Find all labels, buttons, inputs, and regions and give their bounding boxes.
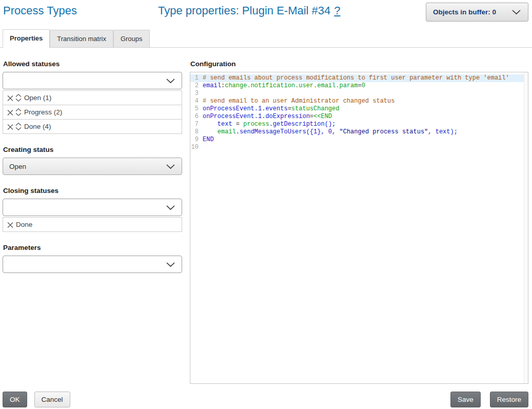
tab-label: Properties <box>10 34 43 42</box>
sort-icon[interactable] <box>14 93 23 102</box>
status-row-open-1: Open (1) <box>3 90 182 105</box>
line-number: 10 <box>190 144 203 151</box>
code-token-key: .sendMessageToUsers({1}, 0, <box>236 128 340 135</box>
chevron-down-icon <box>166 205 175 210</box>
code-text: onProcessEvent.1.events=statusChanged <box>203 105 339 113</box>
status-label: Done (4) <box>24 123 51 130</box>
tab-transition-matrix[interactable]: Transition matrix <box>50 30 113 47</box>
configuration-panel: Configuration 1 # send emails about proc… <box>190 60 528 384</box>
code-token-key: onProcessEvent.1.events <box>203 105 288 112</box>
code-token-key: onProcessEvent.1.doExpression <box>203 113 310 120</box>
save-button[interactable]: Save <box>450 392 481 407</box>
objects-in-buffer-button[interactable]: Objects in buffer: 0 <box>426 3 528 22</box>
closing-statuses-dropdown[interactable] <box>3 199 182 216</box>
code-text: # send email to an user Administrator ch… <box>203 98 395 105</box>
code-token-string: "Changed process status" <box>339 128 428 135</box>
ok-button[interactable]: OK <box>3 392 27 407</box>
dialog-title-text: Type properties: Plugin E-Mail #34 <box>158 4 330 17</box>
configuration-code-editor[interactable]: 1 # send emails about process modificati… <box>190 72 528 384</box>
status-label: Done <box>16 221 32 228</box>
status-label: Open (1) <box>24 94 51 102</box>
code-line: 3 <box>190 90 528 98</box>
line-number: 5 <box>190 105 203 113</box>
page-title: Process Types <box>3 4 77 17</box>
status-row-done-4: Done (4) <box>3 119 182 134</box>
sort-icon[interactable] <box>14 122 23 131</box>
allowed-statuses-group: Allowed statuses Open (1) Progress <box>3 60 182 134</box>
code-text: email.sendMessageToUsers({1}, 0, "Change… <box>203 128 458 136</box>
code-token-value: statusChanged <box>291 105 340 112</box>
code-token-key: email <box>203 82 221 89</box>
code-token-value: change.notification.user.email.param <box>225 82 358 89</box>
line-number: 4 <box>190 98 203 105</box>
status-row-done: Done <box>3 217 182 232</box>
creating-status-label: Creating status <box>3 146 182 153</box>
help-link[interactable]: ? <box>334 4 340 17</box>
code-text: # send emails about process modification… <box>203 74 509 82</box>
parameters-group: Parameters <box>3 244 182 273</box>
remove-icon[interactable] <box>6 108 14 116</box>
tab-properties[interactable]: Properties <box>3 29 50 48</box>
cancel-button[interactable]: Cancel <box>34 392 70 407</box>
creating-status-dropdown-value: Open <box>9 163 26 170</box>
code-text: onProcessEvent.1.doExpression=<<END <box>203 113 332 121</box>
code-token-value: email <box>218 128 236 135</box>
closing-statuses-list: Done <box>3 217 182 232</box>
allowed-statuses-list: Open (1) Progress (2) Done (4) <box>3 90 182 134</box>
tab-label: Transition matrix <box>57 35 106 43</box>
code-token-comment: # send emails about process modification… <box>203 74 509 82</box>
sort-icon[interactable] <box>14 108 23 116</box>
restore-button[interactable]: Restore <box>490 392 528 407</box>
status-row-progress-2: Progress (2) <box>3 105 182 120</box>
allowed-statuses-dropdown[interactable] <box>3 72 182 89</box>
tab-bar: Properties Transition matrix Groups <box>0 29 532 48</box>
code-text: END <box>203 136 214 144</box>
line-number: 8 <box>190 128 203 136</box>
code-line: 6 onProcessEvent.1.doExpression=<<END <box>190 113 528 121</box>
dialog-title: Type properties: Plugin E-Mail #34? <box>158 4 341 17</box>
code-line: 9 END <box>190 136 528 144</box>
left-panel: Allowed statuses Open (1) Progress <box>3 60 182 384</box>
remove-icon[interactable] <box>6 94 14 102</box>
code-token-plain: = <box>358 82 361 89</box>
closing-statuses-label: Closing statuses <box>3 187 182 194</box>
header: Process Types Type properties: Plugin E-… <box>0 0 532 29</box>
page: Process Types Type properties: Plugin E-… <box>0 0 532 409</box>
configuration-label: Configuration <box>190 60 528 68</box>
line-number: 3 <box>190 90 203 98</box>
footer: OK Cancel Save Restore <box>0 384 532 407</box>
objects-in-buffer-label: Objects in buffer: 0 <box>433 8 496 16</box>
code-token-plain: = <box>288 105 291 112</box>
code-token-key: , text); <box>428 128 458 135</box>
code-text: text = process.getDescription(); <box>203 121 336 128</box>
line-number: 2 <box>190 82 203 90</box>
code-token-comment: # send email to an user Administrator ch… <box>203 98 395 105</box>
code-line: 7 text = process.getDescription(); <box>190 121 528 128</box>
code-token-value: <<END <box>313 113 332 120</box>
chevron-down-icon <box>166 164 175 169</box>
creating-status-group: Creating status Open <box>3 146 182 175</box>
parameters-label: Parameters <box>3 244 182 251</box>
remove-icon[interactable] <box>6 221 14 229</box>
code-line: 5 onProcessEvent.1.events=statusChanged <box>190 105 528 113</box>
remove-icon[interactable] <box>6 123 14 131</box>
code-token-value: process <box>243 121 269 128</box>
code-line: 1 # send emails about process modificati… <box>190 74 528 82</box>
status-label: Progress (2) <box>24 108 62 116</box>
allowed-statuses-label: Allowed statuses <box>3 60 182 68</box>
chevron-down-icon <box>166 78 175 84</box>
parameters-dropdown[interactable] <box>3 256 182 273</box>
line-number: 6 <box>190 113 203 121</box>
code-text: email:change.notification.user.email.par… <box>203 82 365 90</box>
code-token-key: .getDescription(); <box>269 121 336 128</box>
code-token-plain: = <box>310 113 313 120</box>
line-number: 1 <box>190 74 203 82</box>
code-token-key: END <box>203 136 214 143</box>
code-line: 4 # send email to an user Administrator … <box>190 98 528 105</box>
tab-groups[interactable]: Groups <box>113 30 150 47</box>
creating-status-dropdown[interactable]: Open <box>3 158 182 175</box>
closing-statuses-group: Closing statuses Done <box>3 187 182 232</box>
chevron-down-icon <box>511 9 521 15</box>
code-token-key: text <box>218 121 232 128</box>
code-token-plain <box>203 121 218 128</box>
